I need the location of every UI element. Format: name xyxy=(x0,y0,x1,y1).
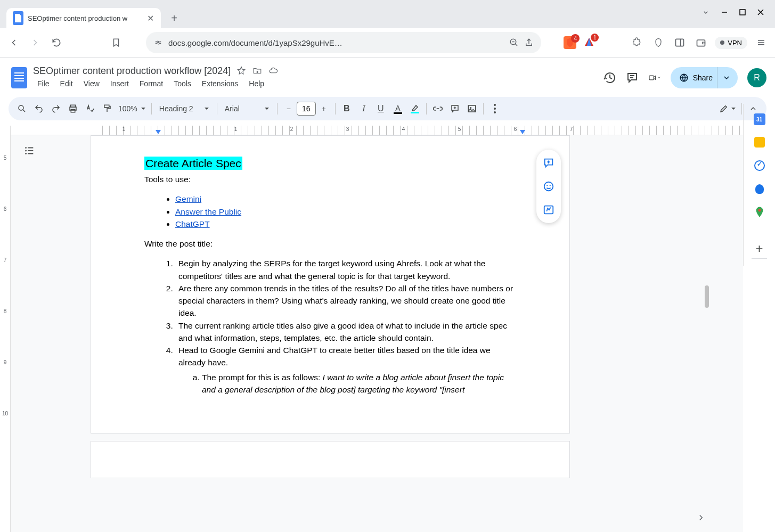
undo-icon[interactable] xyxy=(31,101,47,117)
menu-view[interactable]: View xyxy=(79,78,104,91)
menu-format[interactable]: Format xyxy=(135,78,167,91)
tools-label[interactable]: Tools to use: xyxy=(144,173,516,185)
close-tab-icon[interactable]: ✕ xyxy=(146,14,154,22)
explore-icon[interactable] xyxy=(696,513,706,522)
paint-format-icon[interactable] xyxy=(99,101,115,117)
document-page-next[interactable] xyxy=(91,441,570,478)
underline-icon[interactable]: U xyxy=(373,101,389,117)
dropdown-icon[interactable] xyxy=(701,8,710,17)
share-button[interactable]: Share xyxy=(671,67,738,88)
history-icon[interactable] xyxy=(603,71,616,84)
list-item[interactable]: Are there any common trends in the title… xyxy=(175,282,516,320)
list-item[interactable]: Begin by analyzing the SERPs for the tar… xyxy=(175,257,516,282)
new-tab-button[interactable]: + xyxy=(166,10,182,26)
docs-home-icon[interactable] xyxy=(9,64,30,92)
contacts-icon[interactable] xyxy=(753,183,766,195)
extensions-icon[interactable] xyxy=(630,35,645,50)
menu-help[interactable]: Help xyxy=(244,78,268,91)
more-options-icon[interactable] xyxy=(487,101,503,117)
italic-icon[interactable]: I xyxy=(356,101,372,117)
menu-extensions[interactable]: Extensions xyxy=(198,78,242,91)
meet-icon[interactable] xyxy=(648,71,661,84)
add-comment-icon[interactable] xyxy=(447,101,463,117)
tools-list: Gemini Answer the Public ChatGPT xyxy=(144,193,516,230)
document-title[interactable]: SEOptimer content production workflow [2… xyxy=(33,66,231,77)
search-menu-icon[interactable] xyxy=(14,101,30,117)
svg-point-43 xyxy=(758,209,761,212)
browser-tab[interactable]: SEOptimer content production w ✕ xyxy=(6,8,161,28)
suggest-edits-button[interactable] xyxy=(541,202,557,218)
browser-nav-bar: docs.google.com/document/d/1yapSx29guHvE… xyxy=(0,28,775,58)
link-chatgpt[interactable]: ChatGPT xyxy=(175,219,210,228)
cloud-status-icon[interactable] xyxy=(268,66,279,76)
document-area: 5 6 7 8 9 10 1 1 2 3 4 5 6 7 Create Arti… xyxy=(0,126,743,532)
list-item[interactable]: The current ranking article titles also … xyxy=(175,320,516,345)
brave-shields-icon[interactable]: 4 xyxy=(564,36,576,49)
share-url-icon[interactable] xyxy=(524,38,534,47)
sidebar-toggle-icon[interactable] xyxy=(672,35,687,50)
comments-icon[interactable] xyxy=(626,71,639,84)
link-gemini[interactable]: Gemini xyxy=(175,194,201,203)
highlight-color-icon[interactable] xyxy=(407,101,423,117)
text-color-icon[interactable]: A xyxy=(390,101,406,117)
brave-rewards-icon[interactable]: 1 xyxy=(583,36,595,49)
maximize-icon[interactable] xyxy=(739,9,746,16)
maps-icon[interactable] xyxy=(753,206,766,219)
list-item[interactable]: The prompt for this is as follows: I wan… xyxy=(202,371,516,396)
minimize-icon[interactable] xyxy=(721,9,728,16)
site-settings-icon[interactable] xyxy=(153,38,163,47)
spellcheck-icon[interactable] xyxy=(82,101,98,117)
bookmark-icon[interactable] xyxy=(109,35,124,50)
browser-menu-icon[interactable] xyxy=(754,35,769,50)
heading-create-article-spec[interactable]: Create Article Spec xyxy=(144,157,242,170)
menu-tools[interactable]: Tools xyxy=(169,78,195,91)
insert-image-icon[interactable] xyxy=(464,101,480,117)
star-icon[interactable] xyxy=(236,66,247,76)
menu-file[interactable]: File xyxy=(33,78,54,91)
editing-mode-button[interactable] xyxy=(717,101,738,117)
font-select[interactable]: Arial xyxy=(221,101,274,117)
write-title-label[interactable]: Write the post title: xyxy=(144,238,516,250)
scrollbar-thumb[interactable] xyxy=(705,285,709,308)
document-scroll[interactable]: Create Article Spec Tools to use: Gemini… xyxy=(11,126,743,532)
link-answer-the-public[interactable]: Answer the Public xyxy=(175,207,241,216)
add-emoji-button[interactable] xyxy=(541,178,557,194)
back-button[interactable] xyxy=(6,35,21,50)
decrease-fontsize-button[interactable]: − xyxy=(281,101,297,117)
leo-icon[interactable] xyxy=(651,35,666,50)
menu-edit[interactable]: Edit xyxy=(56,78,77,91)
wallet-icon[interactable] xyxy=(694,35,708,50)
zoom-out-icon[interactable] xyxy=(509,38,519,47)
tasks-icon[interactable] xyxy=(753,159,766,172)
increase-fontsize-button[interactable]: + xyxy=(316,101,332,117)
account-avatar[interactable]: R xyxy=(747,68,766,87)
document-page[interactable]: Create Article Spec Tools to use: Gemini… xyxy=(91,135,570,433)
close-window-icon[interactable] xyxy=(757,9,764,16)
menu-insert[interactable]: Insert xyxy=(106,78,133,91)
formatting-toolbar: 100% Heading 2 Arial − + B I U A xyxy=(9,97,766,120)
address-bar[interactable]: docs.google.com/document/d/1yapSx29guHvE… xyxy=(146,32,541,53)
print-icon[interactable] xyxy=(65,101,81,117)
calendar-icon[interactable]: 31 xyxy=(754,113,765,125)
svg-rect-16 xyxy=(649,76,654,80)
forward-button[interactable] xyxy=(28,35,43,50)
svg-point-27 xyxy=(470,107,471,109)
menu-bar: File Edit View Insert Format Tools Exten… xyxy=(33,78,603,91)
style-select[interactable]: Heading 2 xyxy=(155,101,214,117)
zoom-select[interactable]: 100% xyxy=(116,101,148,117)
list-item: Answer the Public xyxy=(175,206,516,218)
browser-tab-bar: SEOptimer content production w ✕ + xyxy=(0,0,775,28)
redo-icon[interactable] xyxy=(48,101,64,117)
reload-button[interactable] xyxy=(49,35,64,50)
vpn-button[interactable]: VPN xyxy=(715,37,747,49)
bold-icon[interactable]: B xyxy=(339,101,355,117)
keep-icon[interactable] xyxy=(753,136,766,149)
url-text: docs.google.com/document/d/1yapSx29guHvE… xyxy=(168,38,504,47)
share-dropdown[interactable] xyxy=(717,67,736,88)
fontsize-input[interactable] xyxy=(297,102,316,116)
insert-link-icon[interactable] xyxy=(430,101,446,117)
add-comment-button[interactable] xyxy=(541,155,557,171)
list-item[interactable]: Head to Google Gemini and ChatGPT to cre… xyxy=(175,344,516,396)
add-addon-icon[interactable]: + xyxy=(753,242,766,255)
move-folder-icon[interactable] xyxy=(252,66,263,76)
